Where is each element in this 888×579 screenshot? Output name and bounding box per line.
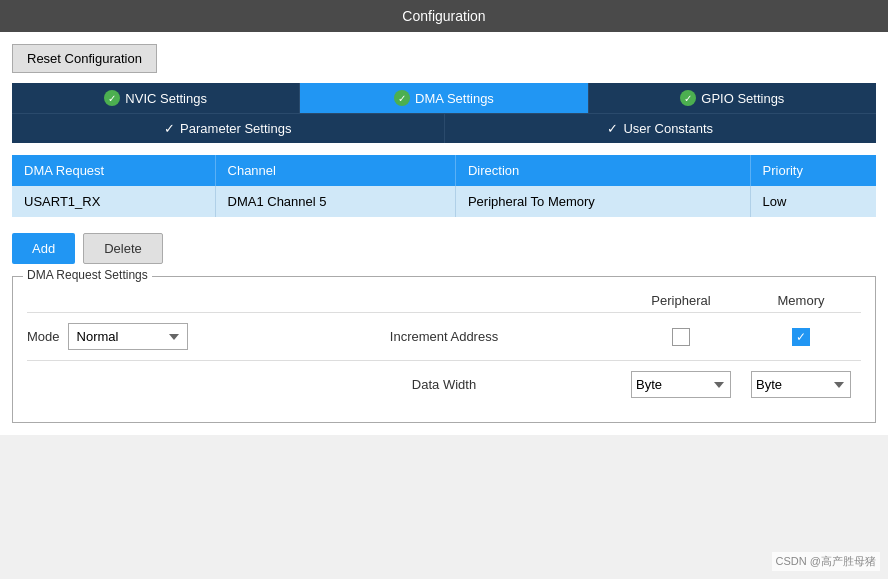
dma-table-container: DMA Request Channel Direction Priority U… [12, 155, 876, 217]
cell-direction: Peripheral To Memory [455, 186, 750, 217]
tab-user-constants[interactable]: ✓ User Constants [445, 113, 877, 143]
data-width-label: Data Width [267, 377, 621, 392]
dma-table: DMA Request Channel Direction Priority U… [12, 155, 876, 217]
memory-data-width-cell: Byte Half Word Word [741, 371, 861, 398]
col-header-request: DMA Request [12, 155, 215, 186]
cell-priority: Low [750, 186, 876, 217]
tabs-row1: ✓ NVIC Settings ✓ DMA Settings ✓ GPIO Se… [12, 83, 876, 113]
increment-address-label: Increment Address [267, 329, 621, 344]
tab-parameter-label: Parameter Settings [180, 121, 291, 136]
table-row[interactable]: USART1_RX DMA1 Channel 5 Peripheral To M… [12, 186, 876, 217]
tab-dma[interactable]: ✓ DMA Settings [300, 83, 588, 113]
memory-col-header: Memory [741, 293, 861, 308]
cell-channel: DMA1 Channel 5 [215, 186, 455, 217]
tab-dma-label: DMA Settings [415, 91, 494, 106]
mode-label: Mode [27, 329, 60, 344]
peripheral-increment-checkbox[interactable] [621, 328, 741, 346]
cell-request: USART1_RX [12, 186, 215, 217]
nvic-check-icon: ✓ [104, 90, 120, 106]
peripheral-data-width-select[interactable]: Byte Half Word Word [631, 371, 731, 398]
tab-user-constants-label: User Constants [623, 121, 713, 136]
page-title: Configuration [402, 8, 485, 24]
memory-checkbox-checked[interactable]: ✓ [792, 328, 810, 346]
peripheral-checkbox-unchecked[interactable] [672, 328, 690, 346]
dma-check-icon: ✓ [394, 90, 410, 106]
mode-select[interactable]: Normal Circular [68, 323, 188, 350]
memory-data-width-select[interactable]: Byte Half Word Word [751, 371, 851, 398]
gpio-check-icon: ✓ [680, 90, 696, 106]
main-container: Reset Configuration ✓ NVIC Settings ✓ DM… [0, 32, 888, 435]
tab-parameter[interactable]: ✓ Parameter Settings [12, 113, 445, 143]
watermark: CSDN @高产胜母猪 [772, 552, 880, 571]
tab-nvic[interactable]: ✓ NVIC Settings [12, 83, 300, 113]
settings-group-label: DMA Request Settings [23, 268, 152, 282]
param-check-icon: ✓ [164, 121, 175, 136]
peripheral-col-header: Peripheral [621, 293, 741, 308]
col-header-channel: Channel [215, 155, 455, 186]
col-header-direction: Direction [455, 155, 750, 186]
add-button[interactable]: Add [12, 233, 75, 264]
reset-configuration-button[interactable]: Reset Configuration [12, 44, 157, 73]
tab-gpio[interactable]: ✓ GPIO Settings [589, 83, 876, 113]
action-buttons: Add Delete [12, 233, 876, 264]
delete-button[interactable]: Delete [83, 233, 163, 264]
dma-request-settings: DMA Request Settings Peripheral Memory M… [12, 276, 876, 423]
tab-nvic-label: NVIC Settings [125, 91, 207, 106]
tabs-row2: ✓ Parameter Settings ✓ User Constants [12, 113, 876, 143]
peripheral-data-width-cell: Byte Half Word Word [621, 371, 741, 398]
memory-increment-checkbox[interactable]: ✓ [741, 328, 861, 346]
title-bar: Configuration [0, 0, 888, 32]
tab-gpio-label: GPIO Settings [701, 91, 784, 106]
user-check-icon: ✓ [607, 121, 618, 136]
col-header-priority: Priority [750, 155, 876, 186]
